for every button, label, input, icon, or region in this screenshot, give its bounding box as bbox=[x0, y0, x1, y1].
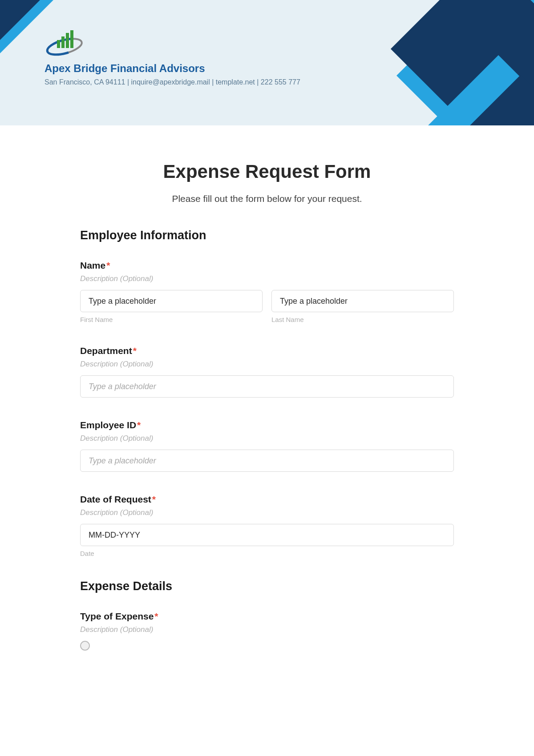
field-department: Department* Description (Optional) bbox=[80, 346, 454, 398]
date-input[interactable] bbox=[80, 524, 454, 546]
date-label: Date of Request* bbox=[80, 494, 454, 505]
date-label-text: Date of Request bbox=[80, 494, 151, 504]
field-employee-id: Employee ID* Description (Optional) bbox=[80, 420, 454, 472]
name-label-text: Name bbox=[80, 260, 105, 270]
form-subtitle: Please fill out the form below for your … bbox=[80, 193, 454, 204]
department-label: Department* bbox=[80, 346, 454, 356]
employee-id-input[interactable] bbox=[80, 450, 454, 472]
type-of-expense-label-text: Type of Expense bbox=[80, 611, 154, 621]
required-asterisk: * bbox=[137, 420, 141, 430]
required-asterisk: * bbox=[154, 611, 158, 621]
employee-id-desc: Description (Optional) bbox=[80, 434, 454, 443]
type-of-expense-desc: Description (Optional) bbox=[80, 625, 454, 634]
last-name-input[interactable] bbox=[271, 290, 454, 312]
first-name-input[interactable] bbox=[80, 290, 263, 312]
header-content: Apex Bridge Financial Advisors San Franc… bbox=[0, 0, 534, 86]
department-desc: Description (Optional) bbox=[80, 360, 454, 369]
field-type-of-expense: Type of Expense* Description (Optional) bbox=[80, 611, 454, 651]
company-logo-icon bbox=[44, 27, 85, 58]
section-employee-info-title: Employee Information bbox=[80, 229, 454, 242]
department-label-text: Department bbox=[80, 346, 132, 356]
first-name-sublabel: First Name bbox=[80, 316, 263, 323]
required-asterisk: * bbox=[106, 260, 110, 270]
field-name: Name* Description (Optional) First Name … bbox=[80, 260, 454, 323]
employee-id-label: Employee ID* bbox=[80, 420, 454, 430]
company-info: San Francisco, CA 94111 | inquire@apexbr… bbox=[44, 78, 534, 86]
svg-rect-4 bbox=[66, 33, 69, 48]
company-name: Apex Bridge Financial Advisors bbox=[44, 62, 534, 75]
date-desc: Description (Optional) bbox=[80, 508, 454, 517]
date-sublabel: Date bbox=[80, 550, 454, 557]
required-asterisk: * bbox=[152, 494, 156, 504]
type-of-expense-label: Type of Expense* bbox=[80, 611, 454, 622]
department-input[interactable] bbox=[80, 375, 454, 398]
svg-rect-5 bbox=[70, 30, 73, 48]
radio-option[interactable] bbox=[80, 641, 454, 651]
required-asterisk: * bbox=[133, 346, 137, 356]
section-expense-details-title: Expense Details bbox=[80, 579, 454, 593]
form-container: Expense Request Form Please fill out the… bbox=[62, 125, 472, 691]
name-desc: Description (Optional) bbox=[80, 274, 454, 283]
employee-id-label-text: Employee ID bbox=[80, 420, 136, 430]
svg-rect-2 bbox=[57, 40, 60, 48]
header-banner: Apex Bridge Financial Advisors San Franc… bbox=[0, 0, 534, 125]
form-title: Expense Request Form bbox=[80, 161, 454, 182]
svg-rect-3 bbox=[61, 36, 65, 48]
last-name-sublabel: Last Name bbox=[271, 316, 454, 323]
name-label: Name* bbox=[80, 260, 454, 271]
field-date-of-request: Date of Request* Description (Optional) … bbox=[80, 494, 454, 557]
radio-icon bbox=[80, 641, 90, 651]
